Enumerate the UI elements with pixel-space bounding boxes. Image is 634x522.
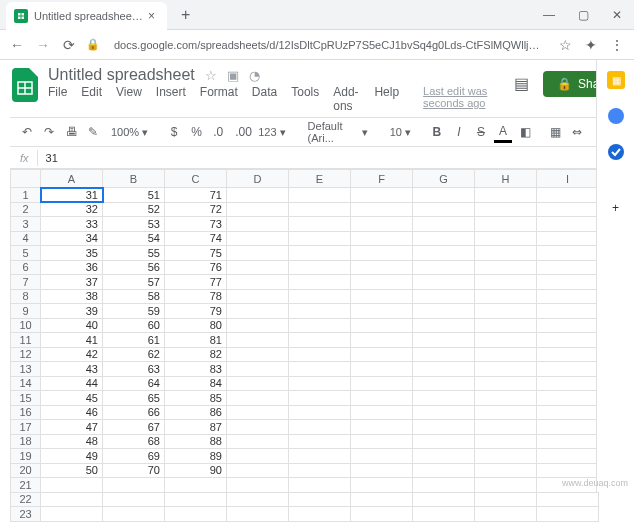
cell[interactable] [289,405,351,420]
reload-icon[interactable]: ⟳ [60,37,78,53]
cell[interactable] [351,405,413,420]
column-header[interactable]: A [41,170,103,188]
cell[interactable] [289,318,351,333]
row-header[interactable]: 17 [11,420,41,435]
cell[interactable]: 75 [165,246,227,261]
star-doc-icon[interactable]: ☆ [205,68,217,83]
cell[interactable] [475,463,537,478]
cell[interactable]: 70 [103,463,165,478]
decrease-decimal-icon[interactable]: .0 [209,123,227,141]
cell[interactable] [413,275,475,290]
cell[interactable] [227,318,289,333]
cell[interactable]: 87 [165,420,227,435]
paint-format-icon[interactable]: ✎ [84,123,102,141]
minimize-icon[interactable]: — [532,1,566,29]
cell[interactable]: 36 [41,260,103,275]
cell[interactable] [537,391,599,406]
cell[interactable] [413,507,475,522]
column-header[interactable]: E [289,170,351,188]
cell[interactable] [475,231,537,246]
row-header[interactable]: 10 [11,318,41,333]
cell[interactable] [413,434,475,449]
cell[interactable] [103,507,165,522]
menu-format[interactable]: Format [200,85,238,113]
cell[interactable] [103,492,165,507]
cell[interactable] [475,376,537,391]
row-header[interactable]: 2 [11,202,41,217]
cell[interactable] [537,362,599,377]
cell[interactable] [351,231,413,246]
cell[interactable] [413,260,475,275]
cell[interactable] [103,478,165,493]
cell[interactable] [537,202,599,217]
formula-input[interactable]: 31 [46,152,58,164]
cell[interactable] [351,492,413,507]
cell[interactable]: 53 [103,217,165,232]
cell[interactable]: 48 [41,434,103,449]
cell[interactable] [475,304,537,319]
cell[interactable] [475,260,537,275]
cell[interactable] [413,405,475,420]
cell[interactable]: 82 [165,347,227,362]
column-header[interactable]: H [475,170,537,188]
cell[interactable]: 83 [165,362,227,377]
zoom-dropdown[interactable]: 100%▾ [106,124,153,141]
cell[interactable] [475,492,537,507]
cell[interactable] [413,391,475,406]
cell[interactable] [351,246,413,261]
percent-icon[interactable]: % [187,123,205,141]
cell[interactable] [537,347,599,362]
cell[interactable]: 71 [165,188,227,203]
cell[interactable]: 52 [103,202,165,217]
cell[interactable]: 64 [103,376,165,391]
menu-insert[interactable]: Insert [156,85,186,113]
cell[interactable]: 45 [41,391,103,406]
cell[interactable]: 41 [41,333,103,348]
cell[interactable] [289,202,351,217]
cell[interactable] [289,304,351,319]
cell[interactable] [289,362,351,377]
cell[interactable]: 49 [41,449,103,464]
row-header[interactable]: 14 [11,376,41,391]
cell[interactable] [351,318,413,333]
cell[interactable]: 88 [165,434,227,449]
cell[interactable] [289,391,351,406]
cell[interactable] [289,507,351,522]
cell[interactable] [227,304,289,319]
keep-addon-icon[interactable] [606,106,626,126]
cell[interactable]: 73 [165,217,227,232]
cell[interactable] [413,202,475,217]
new-tab-button[interactable]: + [175,4,196,26]
select-all-corner[interactable] [11,170,41,188]
cell[interactable]: 81 [165,333,227,348]
cell[interactable] [227,188,289,203]
increase-decimal-icon[interactable]: .00 [231,123,249,141]
cell[interactable] [351,434,413,449]
undo-icon[interactable]: ↶ [18,123,36,141]
strikethrough-icon[interactable]: S [472,123,490,141]
cell[interactable] [475,434,537,449]
cell[interactable] [289,434,351,449]
cell[interactable] [475,420,537,435]
cell[interactable] [537,463,599,478]
menu-data[interactable]: Data [252,85,277,113]
row-header[interactable]: 3 [11,217,41,232]
cell[interactable] [475,318,537,333]
cell[interactable] [413,362,475,377]
row-header[interactable]: 6 [11,260,41,275]
cell[interactable]: 35 [41,246,103,261]
cell[interactable] [351,463,413,478]
cell[interactable] [227,391,289,406]
row-header[interactable]: 23 [11,507,41,522]
italic-icon[interactable]: I [450,123,468,141]
cell[interactable] [413,188,475,203]
cell[interactable] [289,289,351,304]
cell[interactable] [227,449,289,464]
cell[interactable] [475,507,537,522]
column-header[interactable]: G [413,170,475,188]
sheets-logo-icon[interactable] [10,66,40,104]
cell[interactable] [289,420,351,435]
cell[interactable] [289,492,351,507]
bold-icon[interactable]: B [428,123,446,141]
row-header[interactable]: 12 [11,347,41,362]
